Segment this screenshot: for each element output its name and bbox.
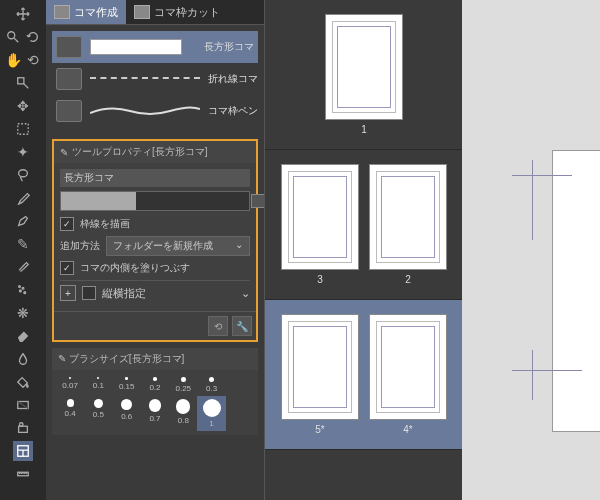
pencil-tool-icon[interactable]: ✎: [13, 234, 33, 254]
brush-size-label: 0.1: [93, 381, 104, 390]
tab-frame-create[interactable]: コマ作成: [46, 0, 126, 24]
fill-inside-label: コマの内側を塗りつぶす: [80, 261, 190, 275]
svg-rect-2: [18, 124, 29, 135]
brush-size-label: 0.4: [65, 409, 76, 418]
reset-icon[interactable]: ⟲: [208, 316, 228, 336]
move-tool-icon[interactable]: [13, 4, 33, 24]
brush-tool-icon[interactable]: [13, 257, 33, 277]
svg-point-5: [22, 287, 24, 289]
panel-footer: ⟲🔧: [54, 311, 256, 340]
brush-dot: [181, 377, 186, 382]
brush-dot: [203, 399, 221, 417]
main-toolbar: ✋⟲ ✥ ✦ ✎ ❋: [0, 0, 47, 500]
thumb-group-1[interactable]: 1: [265, 0, 463, 150]
marquee-tool-icon[interactable]: [13, 119, 33, 139]
brush-size-cell[interactable]: 0.2: [141, 374, 169, 396]
brush-dot: [67, 399, 74, 406]
page-thumb[interactable]: [369, 164, 447, 270]
fill-tool-icon[interactable]: [13, 372, 33, 392]
brush-size-cell[interactable]: 0.1: [84, 374, 112, 396]
page-thumb[interactable]: [281, 164, 359, 270]
page-thumb[interactable]: [369, 314, 447, 420]
brush-size-label: 0.3: [206, 384, 217, 393]
svg-point-10: [20, 423, 24, 427]
page-thumb[interactable]: [281, 314, 359, 420]
dash-preview: [90, 77, 200, 81]
brush-size-cell[interactable]: 0.15: [113, 374, 141, 396]
figure-tool-icon[interactable]: [13, 418, 33, 438]
hand-tool-icon[interactable]: ✋: [4, 50, 22, 70]
brush-size-cell[interactable]: 0.07: [56, 374, 84, 396]
cut-icon: [134, 5, 150, 19]
brush-size-cell[interactable]: 0.25: [169, 374, 197, 396]
draw-border-checkbox[interactable]: ✓: [60, 217, 74, 231]
brush-dot: [121, 399, 132, 410]
add-method-label: 追加方法: [60, 239, 100, 253]
canvas-guide: [512, 175, 572, 176]
aspect-checkbox[interactable]: [82, 286, 96, 300]
svg-point-6: [20, 290, 22, 292]
brush-size-label: 0.7: [149, 414, 160, 423]
decoration-tool-icon[interactable]: ❋: [13, 303, 33, 323]
aspect-label: 縦横指定: [102, 286, 146, 301]
frame-tool-icon[interactable]: [13, 441, 33, 461]
tab-frame-cut[interactable]: コマ枠カット: [126, 0, 228, 24]
gradient-tool-icon[interactable]: [13, 395, 33, 415]
wand-tool-icon[interactable]: ✦: [13, 142, 33, 162]
rotate-view-icon[interactable]: ⟲: [24, 50, 42, 70]
brush-dot: [209, 377, 214, 382]
operation-tool-icon[interactable]: [13, 73, 33, 93]
expand-button[interactable]: +: [60, 285, 76, 301]
subtool-polyline-frame[interactable]: 折れ線コマ: [52, 63, 258, 95]
fill-inside-checkbox[interactable]: ✓: [60, 261, 74, 275]
subtool-tabs: コマ作成 コマ枠カット: [46, 0, 264, 25]
brush-size-cell[interactable]: 0.6: [113, 396, 141, 431]
brush-size-label: 0.07: [62, 381, 78, 390]
chevron-down-icon[interactable]: ⌄: [241, 287, 250, 300]
panel-header: ✎ ブラシサイズ[長方形コマ]: [52, 348, 258, 370]
ruler-tool-icon[interactable]: [13, 464, 33, 484]
page-thumb[interactable]: [325, 14, 403, 120]
brush-size-slider[interactable]: [60, 191, 250, 211]
brush-dot: [69, 377, 71, 379]
subtool-rect-frame[interactable]: 長方形コマ: [52, 31, 258, 63]
blend-tool-icon[interactable]: [13, 349, 33, 369]
canvas-guide: [512, 370, 582, 371]
canvas-area[interactable]: [462, 0, 600, 500]
brush-size-label: 0.8: [178, 416, 189, 425]
brush-size-cell[interactable]: 0.4: [56, 396, 84, 431]
brush-size-cell[interactable]: 0.7: [141, 396, 169, 431]
canvas-page: [552, 150, 600, 432]
wrench-icon[interactable]: 🔧: [232, 316, 252, 336]
tab-label: コマ枠カット: [154, 5, 220, 20]
brush-size-cell[interactable]: 0.5: [84, 396, 112, 431]
page-thumbnails-panel: 1 32 5*4*: [264, 0, 464, 500]
brush-size-cell[interactable]: 0.3: [197, 374, 225, 396]
brush-size-panel: ✎ ブラシサイズ[長方形コマ] 0.070.10.150.20.250.30.4…: [52, 348, 258, 435]
brush-icon: ✎: [60, 147, 68, 158]
brush-grid: 0.070.10.150.20.250.30.40.50.60.70.81: [52, 370, 258, 435]
rotate-tool-icon[interactable]: [24, 27, 42, 47]
airbrush-tool-icon[interactable]: [13, 280, 33, 300]
frame-icon: [56, 36, 82, 58]
brush-size-cell[interactable]: 0.8: [169, 396, 197, 431]
zoom-tool-icon[interactable]: [4, 27, 22, 47]
brush-size-cell[interactable]: 1: [197, 396, 225, 431]
svg-point-7: [24, 292, 26, 294]
thumb-group-2[interactable]: 32: [265, 150, 463, 300]
svg-point-0: [8, 32, 15, 39]
pen-tool-icon[interactable]: [13, 211, 33, 231]
layer-move-icon[interactable]: ✥: [13, 96, 33, 116]
lasso-tool-icon[interactable]: [13, 165, 33, 185]
add-method-dropdown[interactable]: フォルダーを新規作成⌄: [106, 236, 250, 256]
brush-size-label: 0.25: [175, 384, 191, 393]
subtool-frame-pen[interactable]: コマ枠ペン: [52, 95, 258, 127]
frame-icon: [54, 5, 70, 19]
brush-size-label: 0.2: [149, 383, 160, 392]
eraser-tool-icon[interactable]: [13, 326, 33, 346]
thumb-group-3[interactable]: 5*4*: [265, 300, 463, 450]
canvas-guide: [532, 350, 533, 400]
brush-dot: [94, 399, 103, 408]
eyedropper-icon[interactable]: [13, 188, 33, 208]
svg-rect-1: [18, 78, 24, 84]
